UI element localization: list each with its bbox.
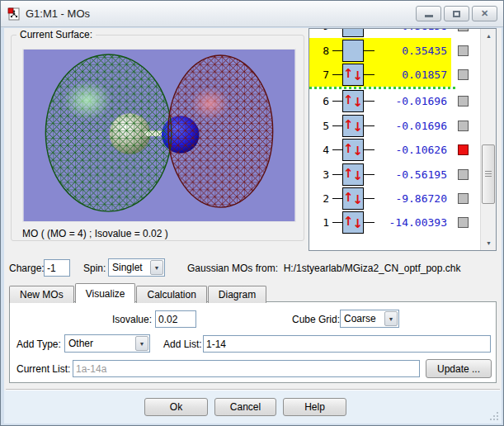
mo-row[interactable]: 7↑↓0.01857 — [309, 63, 479, 87]
mo-row[interactable]: 3↑↓-0.56195 — [309, 162, 479, 186]
chevron-down-icon: ▼ — [154, 265, 160, 271]
footer-bar: Ok Cancel Help — [4, 390, 502, 424]
mo-level[interactable]: 80.35435 — [309, 38, 451, 62]
orbital-box[interactable] — [342, 40, 364, 62]
update-button[interactable]: Update ... — [426, 359, 492, 378]
mo-level[interactable]: 5↑↓-0.01696 — [309, 114, 451, 138]
current-list-input[interactable] — [73, 360, 420, 377]
spin-select[interactable]: Singlet ▼ — [108, 258, 165, 277]
isovalue-input[interactable] — [155, 310, 196, 328]
spin-down-arrow-icon: ↓ — [353, 170, 364, 182]
mo-checkbox[interactable] — [458, 45, 469, 56]
charge-input[interactable] — [44, 259, 70, 277]
mo-energy-value: 0.01857 — [374, 69, 447, 81]
orbital-box[interactable]: ↑↓ — [342, 115, 364, 137]
cube-grid-dropdown-button[interactable]: ▼ — [384, 311, 398, 326]
mo-row[interactable]: 5↑↓-0.01696 — [309, 114, 479, 138]
mo-level[interactable]: 1↑↓-14.00393 — [309, 211, 451, 234]
mo-checkbox[interactable] — [458, 217, 469, 228]
cube-grid-label: Cube Grid: — [292, 314, 340, 325]
mo-energy-value: -0.01696 — [374, 95, 447, 107]
tab-calculation[interactable]: Calculation — [136, 286, 206, 303]
add-list-input[interactable] — [203, 335, 491, 353]
mo-surface-image — [22, 49, 296, 222]
isovalue-label: Isovalue: — [112, 314, 152, 325]
mo-number: 6 — [314, 95, 329, 107]
tab-new-mos[interactable]: New MOs — [9, 286, 74, 303]
surface-caption: MO ( (MO = 4) ; Isovalue = 0.02 ) — [22, 228, 168, 239]
orbital-box[interactable]: ↑↓ — [342, 187, 364, 210]
spin-down-arrow-icon: ↓ — [353, 194, 364, 206]
spin-label: Spin: — [83, 263, 106, 274]
scrollbar-thumb[interactable] — [482, 144, 495, 204]
chevron-down-icon: ▼ — [389, 316, 394, 322]
close-icon: ✕ — [481, 8, 488, 19]
cube-grid-select[interactable]: Coarse ▼ — [340, 310, 399, 328]
mo-row[interactable]: 80.35435 — [309, 38, 479, 62]
scroll-up-button[interactable]: ▲ — [482, 29, 496, 43]
level-line — [332, 74, 342, 75]
orbital-box[interactable]: ↑↓ — [342, 139, 364, 161]
spin-down-arrow-icon: ↓ — [353, 97, 364, 109]
maximize-button[interactable] — [444, 6, 469, 21]
mos-source-path: H:/1styearlab/MGiza2_CN_optf_pop.chk — [284, 263, 461, 274]
mo-checkbox[interactable] — [458, 69, 469, 80]
tab-diagram[interactable]: Diagram — [208, 286, 266, 303]
maximize-icon — [453, 11, 460, 17]
mo-checkbox[interactable] — [458, 121, 469, 131]
cancel-button[interactable]: Cancel — [214, 398, 276, 416]
scrollbar-grip-icon — [485, 171, 492, 178]
ok-button[interactable]: Ok — [144, 398, 208, 416]
mo-number: 9 — [314, 28, 329, 32]
mo-number: 3 — [314, 168, 329, 181]
orbital-box[interactable]: ↑↓ — [342, 163, 364, 186]
mo-level[interactable]: 90.38138 — [309, 28, 451, 38]
mo-row[interactable]: 90.38138 — [309, 28, 479, 38]
mos-source-label: Gaussian MOs from: — [187, 263, 278, 274]
mo-number: 2 — [314, 192, 329, 205]
mo-list-scrollbar[interactable]: ▲ ▼ — [480, 29, 496, 250]
tab-visualize[interactable]: Visualize — [75, 283, 136, 303]
orbital-box[interactable] — [342, 28, 364, 37]
mo-row[interactable]: 1↑↓-14.00393 — [309, 211, 479, 234]
mo-row[interactable]: 4↑↓-0.10626 — [309, 138, 479, 162]
help-button[interactable]: Help — [283, 398, 346, 416]
level-line — [332, 174, 342, 175]
mo-level[interactable]: 6↑↓-0.01696 — [309, 89, 451, 113]
negative-lobe-highlight — [191, 88, 230, 121]
mo-checkbox[interactable] — [458, 169, 469, 180]
mos-dialog-window: G1:M1 - MOs ✕ Current Surface: — [0, 0, 504, 426]
add-type-dropdown-button[interactable]: ▼ — [135, 336, 148, 351]
mo-checkbox[interactable] — [458, 144, 469, 155]
mo-level[interactable]: 2↑↓-9.86720 — [309, 187, 451, 211]
spin-dropdown-button[interactable]: ▼ — [150, 260, 163, 275]
level-line — [364, 101, 374, 102]
mo-level[interactable]: 3↑↓-0.56195 — [309, 162, 451, 186]
mo-checkbox[interactable] — [458, 28, 469, 31]
mo-level-list[interactable]: 90.3813880.354357↑↓0.018576↑↓-0.016965↑↓… — [309, 28, 497, 251]
spin-down-arrow-icon: ↓ — [353, 145, 364, 158]
orbital-box[interactable]: ↑↓ — [342, 90, 364, 112]
title-bar[interactable]: G1:M1 - MOs ✕ — [1, 1, 503, 27]
orbital-box[interactable]: ↑↓ — [342, 64, 364, 86]
level-line — [364, 174, 374, 175]
mo-level[interactable]: 7↑↓0.01857 — [309, 63, 451, 87]
minimize-button[interactable] — [416, 6, 441, 21]
mo-energy-value: -0.56195 — [374, 168, 447, 181]
positive-lobe-mesh — [45, 54, 172, 211]
current-list-label: Current List: — [16, 363, 70, 375]
scroll-up-icon: ▲ — [486, 33, 492, 39]
mo-row[interactable]: 6↑↓-0.01696 — [309, 89, 479, 113]
close-button[interactable]: ✕ — [472, 6, 497, 21]
mo-row[interactable]: 2↑↓-9.86720 — [309, 187, 479, 211]
add-type-select[interactable]: Other ▼ — [64, 334, 150, 353]
mo-checkbox[interactable] — [458, 96, 469, 106]
scroll-down-button[interactable]: ▼ — [482, 236, 496, 250]
level-line — [332, 222, 342, 223]
mo-checkbox[interactable] — [458, 193, 469, 204]
spin-down-arrow-icon: ↓ — [353, 70, 364, 83]
resize-grip-icon[interactable] — [489, 411, 498, 420]
mo-level[interactable]: 4↑↓-0.10626 — [309, 138, 451, 162]
gaussview-window-icon — [7, 7, 21, 21]
orbital-box[interactable]: ↑↓ — [342, 211, 364, 234]
